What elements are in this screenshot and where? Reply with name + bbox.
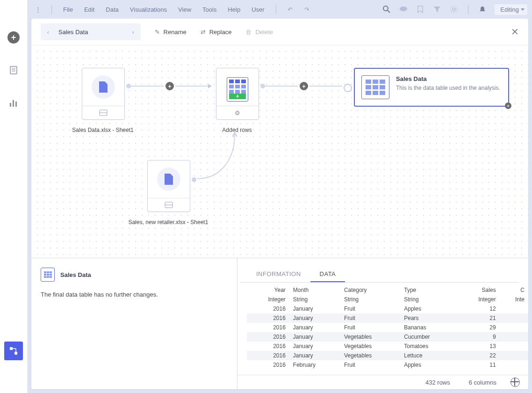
node-target-title: Sales Data: [396, 75, 500, 82]
document-icon: [9, 66, 18, 75]
node-transform[interactable]: + ⚙: [216, 68, 259, 120]
svg-point-11: [383, 6, 388, 11]
filter-icon[interactable]: [431, 4, 443, 15]
globe-icon[interactable]: [510, 378, 520, 387]
panel-tabs: INFORMATION DATA: [237, 267, 528, 282]
col-header[interactable]: Category: [340, 285, 400, 295]
bars-icon: [9, 98, 18, 108]
table-icon: [366, 80, 385, 95]
bookmark-icon[interactable]: [415, 4, 426, 15]
col-header[interactable]: C: [500, 285, 528, 295]
table-row[interactable]: 2016JanuaryVegetablesTomatoes13: [247, 342, 528, 351]
menu-edit[interactable]: Edit: [84, 6, 94, 13]
connector-curve: [195, 120, 242, 186]
panel-title: Sales Data: [60, 271, 91, 278]
col-header[interactable]: Type: [400, 285, 457, 295]
sidebar-canvas[interactable]: [4, 342, 23, 360]
replace-button[interactable]: ⇄Replace: [201, 29, 232, 36]
svg-point-14: [453, 8, 455, 11]
plus-icon: +: [7, 31, 20, 44]
col-header[interactable]: Sales: [457, 285, 500, 295]
svg-point-15: [451, 6, 457, 13]
panel-note: The final data table has no further chan…: [41, 291, 228, 298]
node-target-desc: This is the data table used in the analy…: [396, 84, 500, 92]
trash-icon: 🗑: [245, 29, 252, 36]
node-source-2[interactable]: [147, 160, 190, 212]
svg-rect-5: [13, 100, 14, 107]
add-step-handle[interactable]: +: [505, 102, 511, 109]
data-canvas[interactable]: Sales Data.xlsx - Sheet1 Sales, new reta…: [31, 45, 528, 258]
breadcrumb-title: Sales Data: [56, 29, 126, 36]
bell-icon[interactable]: [477, 4, 488, 15]
svg-rect-4: [10, 103, 11, 107]
pencil-icon: ✎: [155, 29, 160, 36]
menubar: ⋮ File Edit Data Visualizations View Too…: [28, 0, 532, 19]
sidebar-pages[interactable]: [4, 61, 23, 80]
file-icon: [98, 80, 108, 94]
svg-point-13: [400, 7, 407, 11]
svg-rect-8: [14, 352, 17, 355]
svg-rect-6: [15, 102, 17, 107]
drawer-icon: [99, 109, 108, 116]
table-row[interactable]: 2016JanuaryVegetablesCucumber9: [247, 332, 528, 342]
breadcrumb-prev[interactable]: ‹: [41, 23, 56, 40]
breadcrumb: ‹ Sales Data ›: [41, 23, 141, 40]
tab-information[interactable]: INFORMATION: [247, 267, 310, 282]
tab-data[interactable]: DATA: [310, 267, 345, 282]
flow-icon: [9, 346, 18, 356]
data-table: YearMonthCategoryTypeSalesC IntegerStrin…: [247, 285, 528, 370]
svg-rect-0: [10, 66, 17, 74]
col-header[interactable]: Month: [289, 285, 340, 295]
status-bar: 432 rows 6 columns: [237, 375, 528, 389]
table-row[interactable]: 2016FebruaryFruitApples11: [247, 360, 528, 370]
col-count: 6 columns: [469, 379, 496, 386]
menu-tools[interactable]: Tools: [202, 6, 216, 13]
swap-icon: ⇄: [201, 29, 206, 36]
panel-info: Sales Data The final data table has no f…: [31, 258, 237, 389]
left-sidebar: +: [0, 0, 28, 393]
col-header[interactable]: Year: [247, 285, 289, 295]
node-target[interactable]: Sales Data This is the data table used i…: [354, 68, 509, 107]
menu-view[interactable]: View: [178, 6, 191, 13]
table-icon: [41, 268, 55, 282]
node-source-1-label: Sales Data.xlsx - Sheet1: [56, 127, 150, 133]
sidebar-add[interactable]: +: [4, 28, 23, 47]
svg-rect-7: [10, 347, 13, 350]
add-node-2[interactable]: +: [300, 82, 308, 90]
svg-line-12: [388, 10, 390, 13]
menu-file[interactable]: File: [63, 6, 73, 13]
row-count: 432 rows: [425, 379, 450, 386]
close-button[interactable]: ✕: [511, 26, 519, 37]
node-source-2-label: Sales, new retailer.xlsx - Sheet1: [122, 219, 215, 226]
table-row[interactable]: 2016JanuaryFruitPears21: [247, 313, 528, 323]
table-row[interactable]: 2016JanuaryVegetablesLettuce22: [247, 351, 528, 360]
gear-icon: ⚙: [235, 109, 240, 116]
drawer-icon: [165, 202, 173, 208]
table-icon: [229, 80, 246, 94]
delete-button[interactable]: 🗑Delete: [245, 29, 273, 36]
gear-icon[interactable]: [448, 4, 460, 15]
redo-icon[interactable]: ↷: [302, 4, 313, 15]
node-source-1[interactable]: [82, 68, 125, 120]
toolbar: ‹ Sales Data › ✎Rename ⇄Replace 🗑Delete …: [31, 19, 528, 45]
breadcrumb-next[interactable]: ›: [126, 23, 141, 40]
add-node-1[interactable]: +: [165, 82, 174, 90]
add-rows-icon: +: [229, 94, 246, 99]
file-icon: [164, 173, 174, 186]
menu-user[interactable]: User: [252, 6, 264, 13]
rename-button[interactable]: ✎Rename: [155, 29, 187, 36]
menu-data[interactable]: Data: [106, 6, 118, 13]
table-row[interactable]: 2016JanuaryFruitApples12: [247, 304, 528, 313]
search-icon[interactable]: [381, 4, 392, 15]
bottom-panel: Sales Data The final data table has no f…: [31, 258, 528, 389]
comment-icon[interactable]: [398, 4, 409, 15]
menu-visualizations[interactable]: Visualizations: [130, 6, 167, 13]
menu-help[interactable]: Help: [228, 6, 240, 13]
menu-more[interactable]: ⋮: [32, 6, 43, 13]
sidebar-analytics[interactable]: [4, 94, 23, 112]
table-row[interactable]: 2016JanuaryFruitBananas29: [247, 323, 528, 332]
undo-icon[interactable]: ↶: [285, 4, 296, 15]
mode-select[interactable]: Editing: [495, 4, 527, 15]
